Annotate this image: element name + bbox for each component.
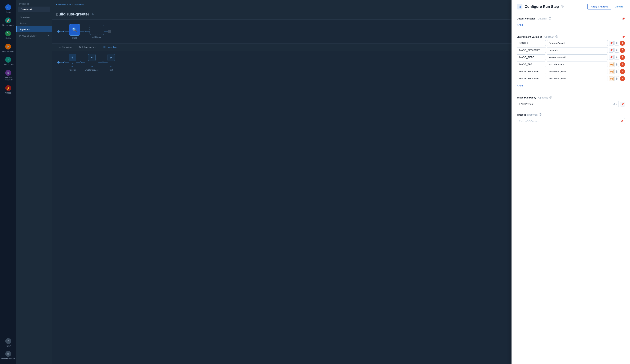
- sidebar-label-service-reliability: Service Reliability: [2, 76, 15, 81]
- exec-circ-1: [63, 61, 65, 63]
- env-vars-info-icon[interactable]: ⓘ: [556, 35, 558, 38]
- divider-3: [516, 110, 625, 110]
- sidebar-item-home[interactable]: ⌂ Home: [0, 2, 16, 15]
- apply-changes-button[interactable]: Apply Changes: [587, 4, 612, 9]
- delete-btn-3[interactable]: 🗑: [614, 55, 619, 60]
- exec-circ-3: [102, 61, 104, 63]
- env-key-input-3[interactable]: [516, 54, 546, 60]
- chaos-icon: ⚡: [5, 85, 11, 91]
- delete-btn-2[interactable]: 🗑: [614, 48, 619, 53]
- env-val-input-1[interactable]: [547, 40, 608, 46]
- image-pull-info-icon[interactable]: ⓘ: [550, 96, 552, 99]
- sidebar-item-help[interactable]: ? HELP: [0, 336, 16, 349]
- sidebar-item-dashboards[interactable]: ▦ DASHBOARDS: [0, 349, 16, 362]
- env-key-input-2[interactable]: [516, 47, 546, 53]
- sidebar-item-service-reliability[interactable]: ◉ Service Reliability: [0, 68, 16, 83]
- execution-tab-label: Execution: [107, 46, 117, 48]
- env-row-5: f(x) 🗑 5: [516, 69, 625, 74]
- image-pull-section-title: Image Pull Policy (Optional) ⓘ: [516, 96, 625, 99]
- sidebar-item-feature-flags[interactable]: ⚑ Feature Flags: [0, 42, 16, 54]
- sidebar-label-dashboards: DASHBOARDS: [1, 358, 15, 360]
- panel-title-info-icon[interactable]: ⓘ: [561, 5, 564, 8]
- chevron-down-icon: ▾: [48, 35, 49, 37]
- timeout-pin-icon[interactable]: 📌: [620, 120, 624, 123]
- divider-1: [516, 32, 625, 32]
- breadcrumb-pipelines-link[interactable]: Pipelines: [74, 3, 84, 6]
- nav-item-builds[interactable]: Builds: [16, 20, 52, 26]
- rgreeter-node-wrap: ⚙ </> rgreeter: [69, 54, 76, 71]
- output-vars-pin-icon[interactable]: 📌: [622, 17, 625, 20]
- env-row-4: f(x) 🗑 4: [516, 61, 625, 67]
- pin-btn-5[interactable]: f(x): [609, 69, 614, 74]
- env-val-input-5[interactable]: [547, 69, 608, 74]
- sidebar-item-builds[interactable]: 🔨 Builds: [0, 29, 16, 41]
- env-val-input-2[interactable]: [547, 47, 608, 53]
- delete-btn-1[interactable]: 🗑: [614, 41, 619, 45]
- project-label: Project: [16, 3, 52, 6]
- env-key-input-6[interactable]: [516, 76, 546, 81]
- env-vars-pin-icon[interactable]: 📌: [622, 35, 625, 38]
- add-stage-button[interactable]: +: [90, 25, 104, 35]
- output-vars-info-icon[interactable]: ⓘ: [549, 17, 551, 20]
- sidebar-label-feature-flags: Feature Flags: [2, 50, 14, 52]
- builds-icon: 🔨: [5, 30, 11, 36]
- start-dot: [58, 30, 60, 32]
- nav-item-overview[interactable]: Overview: [16, 14, 52, 20]
- env-key-input-5[interactable]: [516, 69, 546, 74]
- pin-btn-4[interactable]: f(x): [609, 62, 614, 67]
- select-clear-icon[interactable]: ⊗: [613, 103, 616, 106]
- breadcrumb-api-link[interactable]: Greeter API: [58, 3, 71, 6]
- sidebar-item-chaos[interactable]: ⚡ Chaos: [0, 83, 16, 96]
- rgreeter-node[interactable]: ⚙: [69, 54, 76, 61]
- env-key-input-1[interactable]: [516, 40, 546, 46]
- sidebar-label-deployments: Deployments: [2, 24, 14, 26]
- env-val-input-4[interactable]: [547, 61, 608, 67]
- output-vars-add-link[interactable]: + Add: [516, 23, 523, 26]
- panel-header: ▤ Configure Run Step ⓘ Apply Changes Dis…: [512, 0, 630, 13]
- infrastructure-tab-icon: ⊙: [79, 46, 81, 48]
- pin-btn-3[interactable]: 📌: [609, 55, 614, 60]
- env-val-input-3[interactable]: [547, 54, 608, 60]
- exec-circ-2: [80, 61, 82, 63]
- breadcrumb-sep2: ›: [86, 3, 86, 6]
- tab-overview[interactable]: ○ Overview: [56, 43, 75, 51]
- end-box: [108, 30, 111, 33]
- project-selector[interactable]: Greeter API ›: [18, 6, 50, 12]
- add-stage-label: Add Stage: [92, 36, 101, 38]
- project-setup-section[interactable]: PROJECT SETUP ▾: [16, 32, 52, 38]
- sidebar-item-deployments[interactable]: 🚀 Deployments: [0, 16, 16, 28]
- timeout-info-icon[interactable]: ⓘ: [539, 113, 542, 116]
- discard-button[interactable]: Discard: [613, 4, 625, 9]
- badge-1: 1: [620, 41, 625, 46]
- pin-btn-1[interactable]: 📌: [609, 41, 614, 45]
- delete-btn-6[interactable]: 🗑: [614, 76, 619, 81]
- wait-node[interactable]: ▶: [88, 54, 96, 61]
- test-node[interactable]: ▶: [108, 54, 115, 61]
- tab-infrastructure[interactable]: ⊙ Infrastructure: [75, 43, 100, 51]
- env-row-5-actions: f(x) 🗑 5: [609, 69, 625, 74]
- pin-btn-2[interactable]: 📌: [609, 48, 614, 53]
- delete-btn-5[interactable]: 🗑: [614, 69, 619, 74]
- sidebar-item-cloud-costs[interactable]: $ Cloud Costs: [0, 55, 16, 67]
- tab-execution[interactable]: ▤ Execution: [100, 43, 121, 51]
- env-vars-add-link[interactable]: + Add: [516, 84, 523, 87]
- image-pull-pin-btn[interactable]: 📌: [620, 102, 625, 106]
- pin-btn-6[interactable]: f(x): [609, 76, 614, 81]
- delete-btn-4[interactable]: 🗑: [614, 62, 619, 67]
- env-row-3: 📌 🗑 3: [516, 54, 625, 60]
- env-row-6-actions: f(x) 🗑 6: [609, 76, 625, 81]
- env-val-input-6[interactable]: [547, 76, 608, 81]
- image-pull-select[interactable]: If Not Present Always Never: [516, 101, 619, 107]
- build-node[interactable]: 🔍: [69, 24, 80, 36]
- timeout-input[interactable]: [516, 118, 625, 124]
- badge-2: 2: [620, 48, 625, 53]
- nav-item-pipelines[interactable]: Pipelines: [16, 26, 52, 32]
- rgreeter-label: rgreeter: [69, 69, 76, 71]
- edit-icon[interactable]: ✎: [92, 12, 94, 16]
- env-key-input-4[interactable]: [516, 61, 546, 67]
- badge-6: 6: [620, 76, 625, 81]
- test-label: test: [110, 69, 113, 71]
- dashboards-icon: ▦: [5, 351, 11, 357]
- output-vars-optional: (Optional): [537, 17, 547, 20]
- sidebar-label-cloud-costs: Cloud Costs: [3, 63, 14, 65]
